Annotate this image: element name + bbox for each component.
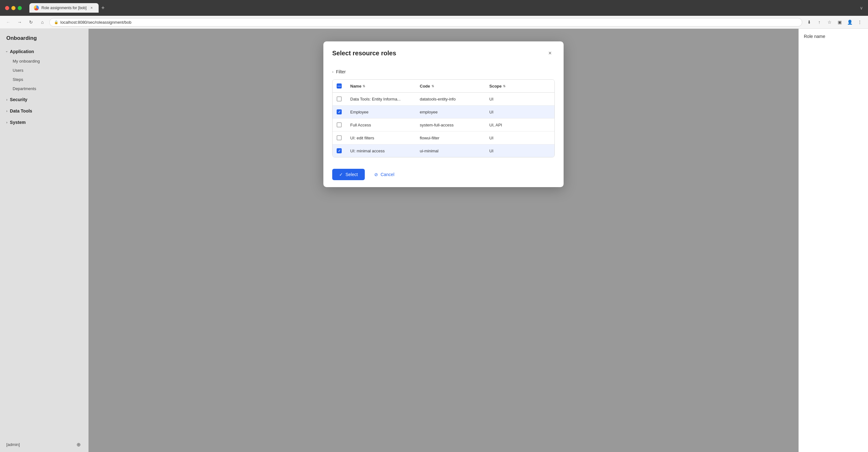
filter-chevron-icon: ›: [332, 70, 334, 73]
sidebar: Onboarding › Application My onboarding U…: [0, 29, 89, 452]
sidebar-item-departments[interactable]: Departments: [0, 84, 89, 93]
row5-scope: UI: [485, 145, 554, 157]
table-row[interactable]: Data Tools: Entity Informa... datatools-…: [333, 93, 554, 106]
table-row[interactable]: Full Access system-full-access UI, API: [333, 119, 554, 131]
title-bar: Role assignments for [bob] × + ∨: [0, 0, 868, 16]
modal-header: Select resource roles ×: [323, 41, 564, 63]
row3-checkbox[interactable]: [337, 122, 342, 127]
row5-checkbox[interactable]: [337, 148, 342, 153]
row4-scope: UI: [485, 131, 554, 144]
cancel-label: Cancel: [380, 172, 395, 177]
cancel-button[interactable]: ⊘ Cancel: [369, 169, 400, 180]
data-tools-section-label: Data Tools: [10, 109, 32, 114]
row1-checkbox-col[interactable]: [333, 93, 346, 105]
sidebar-item-users[interactable]: Users: [0, 66, 89, 75]
security-section-label: Security: [10, 97, 27, 102]
back-btn[interactable]: ←: [4, 18, 13, 27]
row2-code: employee: [415, 106, 485, 118]
security-chevron-icon: ›: [6, 98, 7, 101]
row3-checkbox-col[interactable]: [333, 119, 346, 131]
header-code: Code ⇅: [415, 80, 485, 92]
system-chevron-icon: ›: [6, 121, 7, 124]
row5-code: ui-minimal: [415, 145, 485, 157]
system-section-label: System: [10, 120, 26, 125]
sidebar-section-security: › Security: [0, 94, 89, 104]
row1-code: datatools-entity-info: [415, 93, 485, 105]
name-sort-icon[interactable]: ⇅: [363, 84, 365, 88]
tab-close-btn[interactable]: ×: [89, 5, 94, 10]
new-tab-btn[interactable]: +: [99, 3, 107, 12]
application-section-label: Application: [10, 49, 34, 54]
sidebar-section-system: › System: [0, 117, 89, 127]
code-sort-icon[interactable]: ⇅: [431, 84, 434, 88]
download-icon[interactable]: ⬇: [805, 18, 814, 27]
tab-favicon-icon: [34, 5, 39, 10]
row4-checkbox-col[interactable]: [333, 131, 346, 144]
row1-checkbox[interactable]: [337, 96, 342, 101]
table-row[interactable]: Employee employee UI: [333, 106, 554, 119]
toolbar-actions: ⬇ ↑ ☆ ▣ 👤 ⋮: [805, 18, 864, 27]
tab-bar: Role assignments for [bob] × +: [29, 3, 856, 13]
sidebar-item-steps[interactable]: Steps: [0, 75, 89, 84]
table-row[interactable]: UI: edit filters flowui-filter UI: [333, 131, 554, 145]
application-chevron-icon: ›: [5, 51, 8, 52]
sidebar-section-system-header[interactable]: › System: [0, 117, 89, 127]
data-tools-chevron-icon: ›: [6, 109, 7, 113]
row1-name: Data Tools: Entity Informa...: [346, 93, 415, 105]
cancel-circle-icon: ⊘: [374, 172, 378, 177]
row3-code: system-full-access: [415, 119, 485, 131]
modal-title: Select resource roles: [332, 50, 396, 57]
row2-checkbox[interactable]: [337, 109, 342, 114]
split-view-icon[interactable]: ▣: [835, 18, 844, 27]
header-name: Name ⇅: [346, 80, 415, 92]
table-header-row: Name ⇅ Code ⇅ Scope ⇅: [333, 80, 554, 93]
header-checkbox-col[interactable]: [333, 80, 346, 92]
filter-row[interactable]: › Filter: [332, 66, 555, 79]
close-window-btn[interactable]: [5, 6, 9, 10]
select-check-icon: ✓: [339, 172, 343, 177]
reload-btn[interactable]: ↻: [27, 18, 35, 27]
modal-close-btn[interactable]: ×: [545, 48, 555, 58]
sidebar-section-application-header[interactable]: › Application: [0, 47, 89, 57]
modal-footer: ✓ Select ⊘ Cancel: [323, 164, 564, 187]
select-label: Select: [345, 172, 358, 177]
address-bar[interactable]: 🔒 localhost:8080/sec/roleassignment/bob: [49, 18, 802, 27]
row3-scope: UI, API: [485, 119, 554, 131]
sidebar-section-security-header[interactable]: › Security: [0, 94, 89, 104]
url-text: localhost:8080/sec/roleassignment/bob: [60, 20, 131, 25]
browser-toolbar: ← → ↻ ⌂ 🔒 localhost:8080/sec/roleassignm…: [0, 16, 868, 29]
maximize-window-btn[interactable]: [18, 6, 22, 10]
sidebar-item-my-onboarding[interactable]: My onboarding: [0, 57, 89, 66]
window-controls: [5, 6, 22, 10]
forward-btn[interactable]: →: [15, 18, 24, 27]
user-name: [admin]: [6, 442, 20, 447]
row4-name: UI: edit filters: [346, 131, 415, 144]
filter-label: Filter: [336, 69, 346, 74]
user-action-icon[interactable]: ⊕: [74, 441, 82, 448]
sidebar-section-data-tools-header[interactable]: › Data Tools: [0, 106, 89, 116]
menu-icon[interactable]: ⋮: [855, 18, 864, 27]
scope-sort-icon[interactable]: ⇅: [503, 84, 505, 88]
right-panel: Role name: [799, 29, 868, 452]
select-resource-roles-modal: Select resource roles × › Filter: [323, 41, 564, 187]
row5-checkbox-col[interactable]: [333, 145, 346, 157]
row4-checkbox[interactable]: [337, 135, 342, 140]
table-row[interactable]: UI: minimal access ui-minimal UI: [333, 145, 554, 157]
browser-chrome: Role assignments for [bob] × + ∨ ← → ↻ ⌂…: [0, 0, 868, 29]
minimize-window-btn[interactable]: [11, 6, 16, 10]
sidebar-section-application: › Application My onboarding Users Steps …: [0, 47, 89, 93]
row4-code: flowui-filter: [415, 131, 485, 144]
bookmark-icon[interactable]: ☆: [825, 18, 834, 27]
home-btn[interactable]: ⌂: [38, 18, 47, 27]
row2-name: Employee: [346, 106, 415, 118]
header-checkbox[interactable]: [337, 84, 342, 89]
lock-icon: 🔒: [54, 20, 59, 24]
app-container: Onboarding › Application My onboarding U…: [0, 29, 868, 452]
row2-scope: UI: [485, 106, 554, 118]
active-tab[interactable]: Role assignments for [bob] ×: [29, 3, 99, 13]
sidebar-section-data-tools: › Data Tools: [0, 106, 89, 116]
select-button[interactable]: ✓ Select: [332, 169, 365, 180]
profile-icon[interactable]: 👤: [845, 18, 854, 27]
row2-checkbox-col[interactable]: [333, 106, 346, 118]
share-icon[interactable]: ↑: [815, 18, 824, 27]
